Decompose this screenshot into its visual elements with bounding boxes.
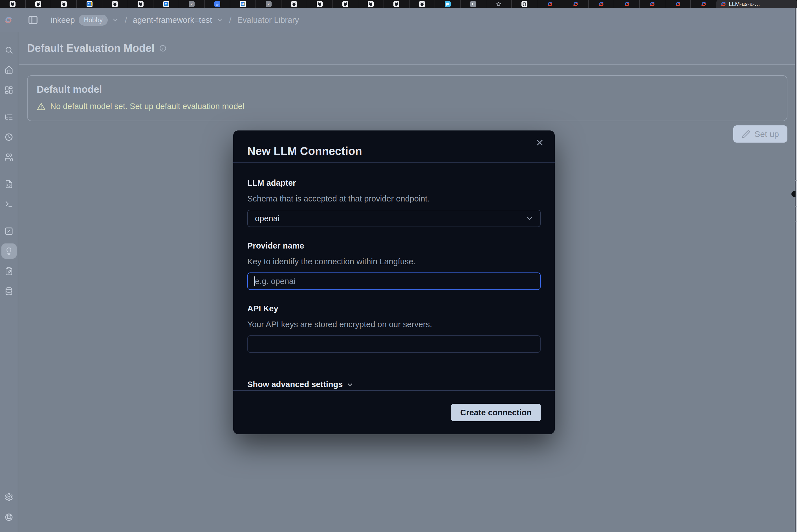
sidebar-item-playground[interactable] (1, 196, 17, 212)
scrollbar-mark (795, 206, 797, 207)
sidebar-item-evals[interactable] (1, 244, 17, 259)
github-favicon (61, 1, 67, 7)
datasets-icon (4, 287, 13, 296)
settings-icon (4, 493, 13, 501)
dashboards-icon (4, 86, 13, 94)
browser-tab[interactable] (460, 0, 486, 8)
scrollbar-notch (791, 191, 796, 197)
sidebar-item-datasets[interactable] (1, 283, 17, 299)
browser-tab[interactable] (332, 0, 358, 8)
browser-tab[interactable] (435, 0, 460, 8)
browser-tab[interactable] (588, 0, 614, 8)
breadcrumb-separator: / (229, 15, 232, 25)
browser-tab[interactable] (665, 0, 691, 8)
sidebar (0, 32, 18, 532)
close-button[interactable] (535, 138, 545, 147)
pencil-icon (742, 130, 750, 138)
browser-tab[interactable] (537, 0, 563, 8)
chevron-down-icon (346, 381, 354, 388)
support-icon (4, 513, 13, 521)
advanced-settings-toggle[interactable]: Show advanced settings (247, 380, 354, 389)
calendar-favicon (87, 1, 92, 7)
playground-icon (4, 200, 13, 209)
browser-tab[interactable] (486, 0, 512, 8)
browser-tab-active[interactable]: LLM-as-a-… (716, 0, 797, 8)
browser-tab[interactable] (77, 0, 102, 8)
users-icon (4, 153, 13, 162)
search-icon (4, 46, 13, 54)
set-up-label: Set up (755, 129, 779, 139)
provider-name-input[interactable] (247, 272, 541, 290)
browser-tab[interactable] (256, 0, 282, 8)
default-model-card: Default model No default model set. Set … (27, 75, 787, 121)
browser-tab[interactable] (563, 0, 588, 8)
api-key-input[interactable] (247, 335, 541, 353)
llm-adapter-select[interactable]: openai (247, 210, 541, 227)
sidebar-item-sessions[interactable] (1, 129, 17, 145)
browser-tab[interactable] (614, 0, 640, 8)
info-icon[interactable] (159, 44, 167, 52)
langfuse-favicon (701, 1, 706, 7)
modal-title: New LLM Connection (247, 145, 362, 157)
browser-tabbar: LLM-as-a-… (0, 0, 797, 8)
github-favicon (10, 1, 16, 7)
provider-name-description: Key to identify the connection within La… (247, 257, 541, 266)
sidebar-item-users[interactable] (1, 149, 17, 165)
browser-tab[interactable] (230, 0, 256, 8)
sidebar-item-annotation[interactable] (1, 264, 17, 279)
create-connection-button[interactable]: Create connection (451, 404, 541, 421)
warning-row: No default model set. Set up default eva… (37, 102, 787, 111)
browser-tab[interactable] (358, 0, 384, 8)
browser-tab[interactable] (0, 0, 26, 8)
langfuse-favicon (547, 1, 553, 7)
langfuse-logo[interactable] (3, 16, 13, 24)
warning-triangle-icon (37, 102, 46, 111)
sidebar-toggle-icon[interactable] (28, 15, 38, 25)
llm-adapter-value: openai (255, 214, 279, 223)
sidebar-item-home[interactable] (1, 62, 17, 77)
langfuse-favicon (573, 1, 578, 7)
browser-tab[interactable] (410, 0, 435, 8)
langfuse-favicon (649, 1, 655, 7)
browser-tab[interactable] (691, 0, 716, 8)
browser-tab[interactable] (102, 0, 128, 8)
browser-tab[interactable] (307, 0, 333, 8)
browser-tab[interactable] (128, 0, 154, 8)
close-icon (535, 138, 545, 147)
scores-icon (4, 227, 13, 235)
api-key-label: API Key (247, 304, 541, 314)
sidebar-item-search[interactable] (1, 42, 17, 57)
annotation-icon (4, 267, 13, 276)
browser-tab[interactable] (153, 0, 179, 8)
sidebar-item-support[interactable] (1, 510, 17, 525)
sidebar-item-prompts[interactable] (1, 176, 17, 192)
sidebar-item-tracing[interactable] (1, 109, 17, 125)
breadcrumb: inkeep Hobby / agent-framework=test / Ev… (51, 8, 299, 32)
browser-tab[interactable] (179, 0, 205, 8)
langfuse-favicon (624, 1, 630, 7)
sidebar-item-settings[interactable] (1, 490, 17, 505)
browser-tab[interactable] (512, 0, 537, 8)
browser-tab[interactable] (51, 0, 77, 8)
browser-tab[interactable] (640, 0, 665, 8)
browser-scrollbar[interactable] (795, 8, 797, 532)
browser-tab[interactable] (282, 0, 307, 8)
github-favicon (342, 1, 348, 7)
project-breadcrumb[interactable]: agent-framework=test (133, 16, 223, 25)
set-up-button[interactable]: Set up (733, 126, 787, 142)
browser-tab[interactable] (205, 0, 231, 8)
new-llm-connection-modal: New LLM Connection LLM adapter Schema th… (233, 131, 555, 434)
modal-footer: Create connection (233, 390, 555, 434)
sidebar-item-dashboards[interactable] (1, 82, 17, 97)
sidebar-item-scores[interactable] (1, 224, 17, 239)
scrollbar-mark (795, 221, 797, 222)
browser-tab[interactable] (26, 0, 51, 8)
l-app-favicon (470, 1, 476, 7)
browser-tab[interactable] (384, 0, 410, 8)
org-breadcrumb[interactable]: inkeep Hobby (51, 15, 119, 26)
provider-name-section: Provider name Key to identify the connec… (247, 241, 541, 290)
project-name: agent-framework=test (133, 16, 212, 25)
github-favicon (368, 1, 374, 7)
langfuse-favicon (720, 1, 726, 7)
api-key-section: API Key Your API keys are stored encrypt… (247, 304, 541, 353)
